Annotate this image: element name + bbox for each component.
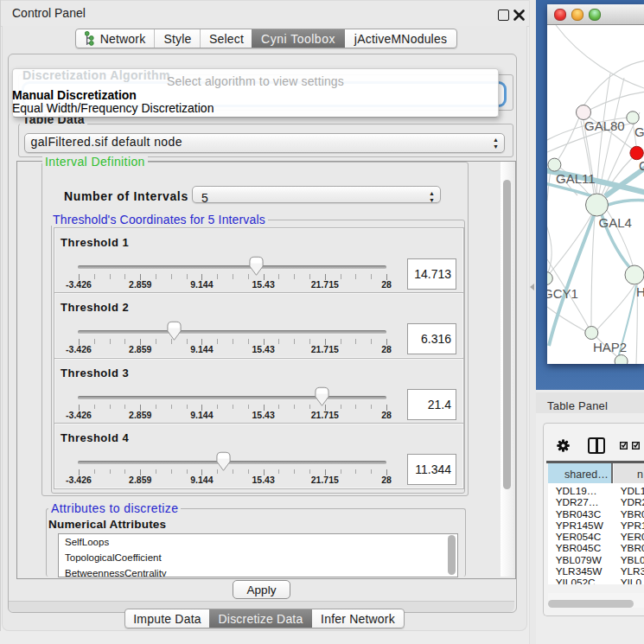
svg-text:HAP2: HAP2 <box>593 340 627 354</box>
svg-text:GAL4: GAL4 <box>599 215 632 230</box>
svg-text:C: C <box>639 158 644 173</box>
svg-text:G: G <box>634 124 644 139</box>
svg-text:GCY1: GCY1 <box>547 286 578 301</box>
svg-text:H: H <box>636 284 644 299</box>
svg-text:GAL80: GAL80 <box>584 118 625 133</box>
svg-text:GAL11: GAL11 <box>556 171 596 186</box>
